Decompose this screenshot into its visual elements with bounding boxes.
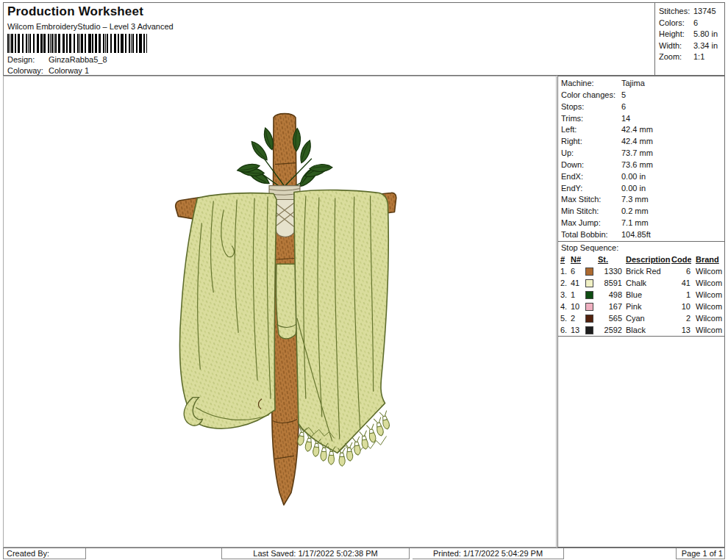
design-name: GinzaRabba5_8 bbox=[49, 55, 107, 64]
table-row: 6.13 2592Black 13Wilcom bbox=[560, 324, 724, 336]
embroidery-artwork bbox=[4, 76, 556, 547]
info-row-endx: EndX:0.00 in bbox=[558, 171, 724, 183]
footer: Created By: Last Saved: 1/17/2022 5:02:3… bbox=[3, 548, 725, 559]
table-row: 4.10 167Pink 10Wilcom bbox=[560, 301, 724, 312]
table-row: 1.6 1330Brick Red 6Wilcom bbox=[560, 265, 724, 277]
col-header-n: N# bbox=[570, 254, 585, 265]
colorway-name: Colorway 1 bbox=[49, 66, 89, 75]
col-header-num: # bbox=[560, 254, 570, 265]
info-row-up: Up:73.7 mm bbox=[558, 148, 724, 159]
page-number-cell: Page 1 of 1 bbox=[676, 548, 725, 559]
color-swatch bbox=[585, 279, 593, 287]
app-subtitle: Wilcom EmbroideryStudio – Level 3 Advanc… bbox=[7, 22, 174, 31]
color-swatch bbox=[585, 268, 593, 276]
table-row: 3.1 498Blue 1Wilcom bbox=[560, 289, 724, 301]
stop-sequence-header-row: # N# St. Description Code Brand bbox=[560, 254, 724, 265]
col-header-code: Code bbox=[671, 254, 691, 265]
table-row: 2.41 8591Chalk 41Wilcom bbox=[560, 277, 724, 289]
design-barcode bbox=[7, 34, 147, 53]
stat-colors: Colors:6 bbox=[659, 18, 724, 29]
stop-sequence-table: # N# St. Description Code Brand 1.6 1330… bbox=[560, 254, 724, 336]
design-label: Design: bbox=[7, 55, 49, 64]
cloth-left-panel bbox=[179, 193, 276, 428]
table-bottom-divider bbox=[558, 336, 724, 337]
col-header-brand: Brand bbox=[691, 254, 724, 265]
info-row-machine: Machine:Tajima bbox=[558, 78, 724, 90]
info-row-max-stitch: Max Stitch:7.3 mm bbox=[558, 194, 724, 206]
color-swatch bbox=[585, 303, 593, 311]
stat-width: Width:3.34 in bbox=[659, 40, 724, 52]
created-by-cell: Created By: bbox=[4, 548, 86, 559]
stop-sequence-label: Stop Sequence: bbox=[558, 242, 724, 254]
printed-cell: Printed: 1/17/2022 5:04:29 PM bbox=[413, 548, 564, 559]
info-row-stops: Stops:6 bbox=[558, 101, 724, 113]
info-row-right: Right:42.4 mm bbox=[558, 136, 724, 148]
info-row-down: Down:73.6 mm bbox=[558, 159, 724, 171]
colorway-row: Colorway:Colorway 1 bbox=[7, 66, 89, 75]
info-row-color-changes: Color changes:5 bbox=[558, 90, 724, 101]
info-row-trims: Trims:14 bbox=[558, 113, 724, 125]
design-row: Design:GinzaRabba5_8 bbox=[7, 55, 107, 64]
info-row-min-stitch: Min Stitch:0.2 mm bbox=[558, 206, 724, 218]
machine-info-list: Machine:Tajima Color changes:5 Stops:6 T… bbox=[558, 76, 724, 241]
color-swatch bbox=[585, 315, 593, 323]
cloth-scarf-right bbox=[294, 190, 388, 453]
production-worksheet-page: Production Worksheet Wilcom EmbroiderySt… bbox=[0, 0, 728, 560]
colorway-label: Colorway: bbox=[7, 66, 49, 75]
col-header-description: Description bbox=[623, 254, 671, 265]
last-saved-cell: Last Saved: 1/17/2022 5:02:38 PM bbox=[221, 548, 410, 559]
stats-box: Stitches:13745 Colors:6 Height:5.80 in W… bbox=[654, 3, 724, 75]
color-swatch bbox=[585, 291, 593, 299]
machine-info-panel: Machine:Tajima Color changes:5 Stops:6 T… bbox=[557, 76, 725, 548]
table-row: 5.2 565Cyan 2Wilcom bbox=[560, 312, 724, 324]
info-row-endy: EndY:0.00 in bbox=[558, 183, 724, 195]
info-row-total-bobbin: Total Bobbin:104.85ft bbox=[558, 229, 724, 241]
info-row-max-jump: Max Jump:7.1 mm bbox=[558, 218, 724, 229]
stat-height: Height:5.80 in bbox=[659, 29, 724, 40]
design-preview-area bbox=[3, 76, 557, 548]
info-row-left: Left:42.4 mm bbox=[558, 124, 724, 136]
page-title: Production Worksheet bbox=[7, 4, 143, 19]
color-swatch bbox=[585, 326, 593, 334]
stat-stitches: Stitches:13745 bbox=[659, 6, 724, 18]
col-header-st: St. bbox=[597, 254, 623, 265]
header: Production Worksheet Wilcom EmbroiderySt… bbox=[3, 2, 725, 76]
col-header-swatch bbox=[585, 254, 597, 265]
stat-zoom: Zoom:1:1 bbox=[659, 51, 724, 63]
